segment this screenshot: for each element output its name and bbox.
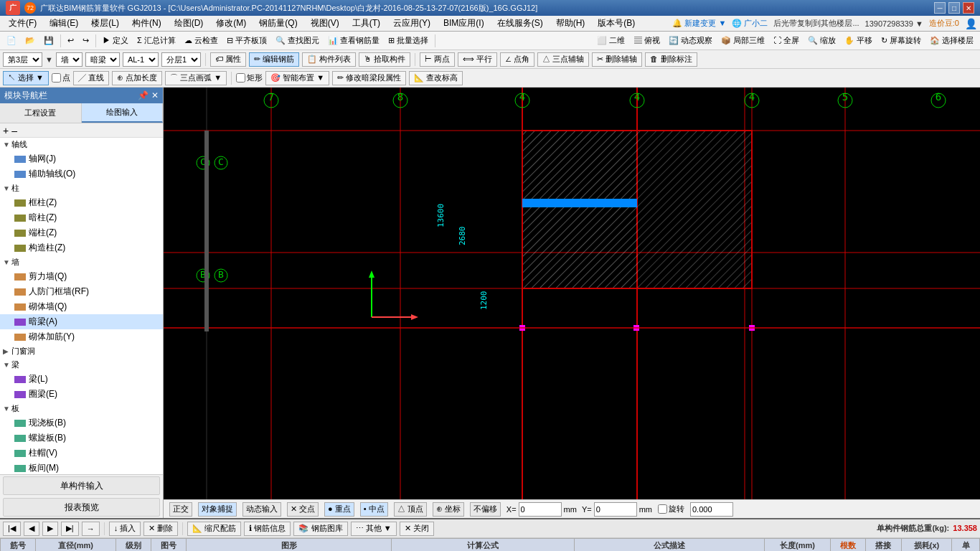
new-change-button[interactable]: 🔔 新建变更 ▼ [672, 18, 726, 29]
dynamic-input-button[interactable]: 动态输入 [242, 502, 281, 517]
tree-wall-header[interactable]: ▼ 墙 [0, 255, 163, 269]
draw-input-button[interactable]: 绘图输入 [82, 103, 164, 123]
tree-item-end-col[interactable]: 端柱(Z) [0, 225, 163, 240]
check-elevation-button[interactable]: 📐 查改标高 [409, 71, 463, 85]
undo-button[interactable]: ↩ [64, 33, 77, 49]
close-nav-icon[interactable]: ✕ [151, 90, 159, 100]
tree-item-aux-axis[interactable]: 辅助轴线(O) [0, 166, 163, 182]
component-list-button[interactable]: 📋 构件列表 [302, 52, 356, 67]
tree-item-beam[interactable]: 梁(L) [0, 372, 163, 387]
nav-first-button[interactable]: |◀ [3, 522, 21, 536]
two-point-button[interactable]: ⊢ 两点 [420, 52, 455, 67]
align-slab-button[interactable]: ⊟ 平齐板顶 [223, 33, 270, 49]
menu-service[interactable]: 在线服务(S) [491, 16, 549, 31]
nav-arrow-button[interactable]: → [82, 522, 100, 536]
dynamic-view-button[interactable]: 🔄 动态观察 [665, 33, 716, 49]
scale-rebar-button[interactable]: 📐 缩尺配筋 [187, 522, 241, 536]
smart-place-button[interactable]: 🎯 智能布置 ▼ [265, 71, 329, 85]
vertex-button[interactable]: △ 顶点 [394, 502, 427, 517]
menu-draw[interactable]: 绘图(D) [169, 16, 209, 31]
tree-item-shear-wall[interactable]: 剪力墙(Q) [0, 269, 163, 284]
pin-icon[interactable]: 📌 [138, 90, 149, 100]
other-button[interactable]: ⋯ 其他 ▼ [351, 522, 397, 536]
partial-3d-button[interactable]: 📦 局部三维 [717, 33, 768, 49]
nav-last-button[interactable]: ▶| [61, 522, 79, 536]
menu-rebar[interactable]: 钢筋量(Q) [253, 16, 303, 31]
delete-row-button[interactable]: ✕ 删除 [143, 522, 178, 536]
three-point-axis-button[interactable]: △ 三点辅轴 [537, 52, 589, 67]
new-button[interactable]: 📄 [3, 33, 20, 49]
find-element-button[interactable]: 🔍 查找图元 [272, 33, 323, 49]
menu-cloud[interactable]: 云应用(Y) [387, 16, 436, 31]
point-checkbox[interactable] [52, 73, 61, 83]
no-offset-button[interactable]: 不偏移 [470, 502, 501, 517]
tree-item-grid[interactable]: 轴网(J) [0, 151, 163, 166]
menu-file[interactable]: 文件(F) [3, 16, 42, 31]
parallel-button[interactable]: ⟺ 平行 [458, 52, 497, 67]
tree-item-hidden-col[interactable]: 暗柱(Z) [0, 210, 163, 225]
tree-item-struct-col[interactable]: 构造柱(Z) [0, 240, 163, 255]
pick-component-button[interactable]: 🖱 拾取构件 [359, 52, 410, 67]
x-input[interactable] [519, 502, 562, 517]
tree-item-spiral-slab[interactable]: 螺旋板(B) [0, 430, 163, 446]
menu-modify[interactable]: 修改(M) [210, 16, 252, 31]
tree-item-masonry-rebar[interactable]: 砌体加筋(Y) [0, 329, 163, 344]
close-bottom-button[interactable]: ✕ 关闭 [400, 522, 434, 536]
screen-rotate-button[interactable]: ↻ 屏幕旋转 [877, 33, 925, 49]
menu-version[interactable]: 版本号(B) [592, 16, 641, 31]
close-button[interactable]: ✕ [963, 2, 974, 14]
floor-select[interactable]: 第3层 [3, 52, 42, 67]
report-preview-button[interactable]: 报表预览 [3, 498, 160, 517]
rotate-input[interactable] [690, 502, 733, 517]
define-button[interactable]: ▶ 定义 [99, 33, 132, 49]
delete-axis-button[interactable]: ✂ 删除辅轴 [592, 52, 642, 67]
tree-item-hidden-beam[interactable]: 暗梁(A) [0, 314, 163, 329]
single-component-button[interactable]: 单构件输入 [3, 476, 160, 495]
tree-item-civil-defense-wall[interactable]: 人防门框墙(RF) [0, 284, 163, 299]
top-view-button[interactable]: ▤ 俯视 [631, 33, 664, 49]
pan-button[interactable]: ✋ 平移 [841, 33, 876, 49]
copy-floor-button[interactable]: 后光带复制到其他楼层... [773, 18, 859, 29]
maximize-button[interactable]: □ [948, 2, 960, 14]
property-button[interactable]: 🏷 属性 [210, 52, 246, 67]
layer-select[interactable]: 分层1 [161, 52, 201, 67]
project-settings-button[interactable]: 工程设置 [0, 103, 82, 123]
expand-icon[interactable]: + [3, 125, 9, 136]
tree-col-header[interactable]: ▼ 柱 [0, 182, 163, 195]
nav-next-button[interactable]: ▶ [42, 522, 58, 536]
menu-bim[interactable]: BIM应用(I) [438, 16, 490, 31]
table-scroll-area[interactable]: 筋号 直径(mm) 级别 图号 图形 计算公式 公式描述 长度(mm) 根数 搭… [0, 538, 980, 551]
ortho-button[interactable]: 正交 [169, 502, 192, 517]
phone-info[interactable]: 13907298339 ▼ [865, 19, 923, 28]
snap-button[interactable]: 对象捕捉 [198, 502, 237, 517]
calc-button[interactable]: Σ 汇总计算 [133, 33, 179, 49]
menu-tools[interactable]: 工具(T) [347, 16, 386, 31]
insert-button[interactable]: ↓ 插入 [109, 522, 141, 536]
2d-view-button[interactable]: ⬜ 二维 [593, 33, 628, 49]
collapse-icon[interactable]: – [11, 125, 17, 136]
cloud-check-button[interactable]: ☁ 云检查 [181, 33, 222, 49]
tree-door-header[interactable]: ▶ 门窗洞 [0, 344, 163, 358]
view-rebar-button[interactable]: 📊 查看钢筋量 [324, 33, 383, 49]
center-button[interactable]: • 中点 [360, 502, 388, 517]
edit-rebar-button[interactable]: ✏ 编辑钢筋 [249, 52, 299, 67]
modify-beam-prop-button[interactable]: ✏ 修改暗梁段属性 [332, 71, 406, 85]
select-tool-button[interactable]: ↖ 选择 ▼ [3, 71, 49, 85]
menu-help[interactable]: 帮助(H) [550, 16, 591, 31]
beam-type-select[interactable]: 暗梁 [85, 52, 120, 67]
select-floor-button[interactable]: 🏠 选择楼层 [926, 33, 977, 49]
point-angle-button[interactable]: ∠ 点角 [500, 52, 534, 67]
y-input[interactable] [594, 502, 637, 517]
redo-button[interactable]: ↪ [79, 33, 93, 49]
tree-item-ring-beam[interactable]: 圈梁(E) [0, 387, 163, 402]
zoom-button[interactable]: 🔍 缩放 [804, 33, 839, 49]
tree-item-col-cap[interactable]: 柱帽(V) [0, 446, 163, 461]
rebar-lib-button[interactable]: 📚 钢筋图库 [293, 522, 347, 536]
tree-item-frame-col[interactable]: 框柱(Z) [0, 195, 163, 210]
tree-item-slab-span[interactable]: 板间(M) [0, 461, 163, 474]
fullscreen-button[interactable]: ⛶ 全屏 [770, 33, 803, 49]
menu-component[interactable]: 构件(N) [126, 16, 167, 31]
open-button[interactable]: 📂 [22, 33, 39, 49]
midpoint-button2[interactable]: ● 重点 [324, 502, 354, 517]
menu-edit[interactable]: 编辑(E) [44, 16, 84, 31]
